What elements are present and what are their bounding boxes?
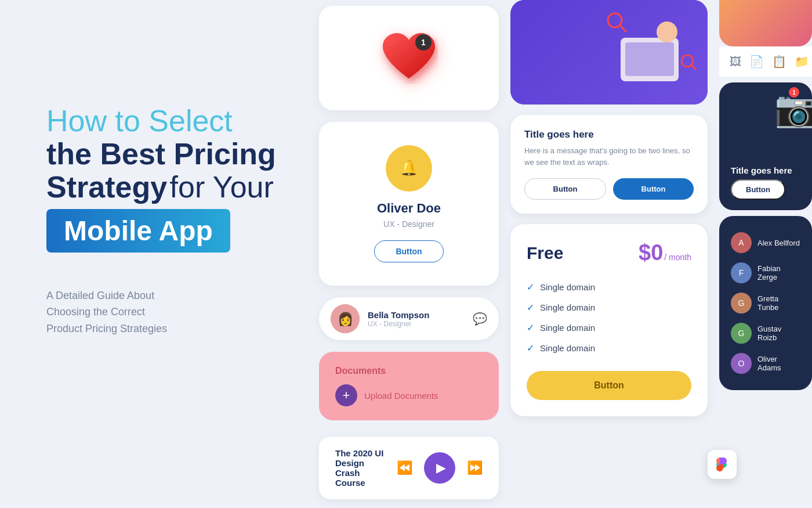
right-column: Title goes here Here is a message that's… bbox=[510, 0, 708, 416]
user-avatar: 👩 bbox=[331, 304, 360, 333]
check-icon: ✓ bbox=[527, 302, 534, 313]
user-list-item: O Oliver Adams bbox=[731, 348, 800, 379]
user-name: Bella Tompson bbox=[368, 310, 465, 320]
rewind-button[interactable]: ⏪ bbox=[397, 460, 412, 475]
notification-badge: 1 bbox=[789, 87, 799, 98]
check-icon: ✓ bbox=[527, 322, 534, 333]
far-right-column: 🖼 📄 📋 📁 📷 1 Title goes here Button A Ale… bbox=[719, 0, 812, 390]
svg-line-10 bbox=[620, 26, 626, 32]
notif-outline-button[interactable]: Button bbox=[524, 178, 606, 200]
play-icon: ▶ bbox=[436, 460, 446, 475]
profile-card: 🔔 Oliver Doe UX - Designer Button bbox=[319, 122, 499, 286]
upload-text: Upload Documents bbox=[364, 391, 438, 401]
svg-text:1: 1 bbox=[421, 38, 426, 47]
avatar: 🔔 bbox=[386, 145, 432, 192]
svg-rect-7 bbox=[625, 42, 674, 76]
svg-text:👩: 👩 bbox=[338, 311, 354, 327]
profile-button[interactable]: Button bbox=[374, 240, 443, 262]
figma-logo bbox=[708, 450, 737, 479]
headline-bold-1: the Best Pricing bbox=[46, 137, 276, 171]
pricing-plan: Free bbox=[527, 243, 563, 263]
user-list-avatar: G bbox=[731, 323, 752, 344]
heart-card: 1 bbox=[319, 6, 499, 110]
image-icon: 🖼 bbox=[730, 55, 741, 69]
documents-label: Documents bbox=[335, 366, 483, 376]
feature-item: ✓Single domain bbox=[527, 318, 691, 338]
feature-text: Single domain bbox=[540, 323, 595, 333]
pricing-cta-button[interactable]: Button bbox=[527, 371, 691, 400]
video-title: The 2020 UI Design Crash Course bbox=[335, 448, 385, 488]
user-list-name: Gustav Roizb bbox=[757, 325, 800, 342]
user-list-avatar: G bbox=[731, 293, 752, 314]
pricing-price: $0 / month bbox=[639, 240, 691, 265]
svg-point-8 bbox=[657, 21, 677, 42]
headline-regular: for Your bbox=[170, 170, 274, 204]
price-period: / month bbox=[664, 253, 691, 262]
headline-bold: the Best Pricing Strategy for Your bbox=[46, 138, 302, 204]
file-icon: 📄 bbox=[749, 55, 764, 69]
pricing-card: Free $0 / month ✓Single domain ✓Single d… bbox=[510, 224, 708, 416]
hero-card bbox=[510, 0, 708, 105]
heart-icon: 1 bbox=[380, 32, 438, 84]
notif-text: Here is a message that's going to be two… bbox=[524, 145, 694, 168]
svg-point-9 bbox=[608, 13, 622, 27]
check-icon: ✓ bbox=[527, 343, 534, 354]
user-list-name: Alex Bellford bbox=[757, 239, 800, 247]
check-icon: ✓ bbox=[527, 282, 534, 293]
headline-light: How to Select bbox=[46, 105, 302, 138]
upload-row: + Upload Documents bbox=[335, 384, 483, 406]
user-list-avatar: O bbox=[731, 353, 752, 374]
icon-row-card: 🖼 📄 📋 📁 bbox=[719, 46, 812, 77]
upload-plus-button[interactable]: + bbox=[335, 384, 357, 406]
feature-text: Single domain bbox=[540, 282, 595, 292]
camera-card: 📷 1 Title goes here Button bbox=[719, 82, 812, 210]
feature-list: ✓Single domain ✓Single domain ✓Single do… bbox=[527, 277, 691, 358]
doc-icon: 📋 bbox=[772, 55, 786, 69]
video-player: The 2020 UI Design Crash Course ⏪ ▶ ⏩ bbox=[319, 437, 499, 499]
user-list-avatar: F bbox=[731, 262, 752, 283]
feature-item: ✓Single domain bbox=[527, 338, 691, 358]
user-list-avatar: A bbox=[731, 232, 752, 253]
user-role: UX - Designer bbox=[368, 320, 465, 328]
mobile-app-badge: Mobile App bbox=[46, 209, 230, 253]
notification-card: Title goes here Here is a message that's… bbox=[510, 115, 708, 214]
hero-3d-scene bbox=[597, 3, 702, 102]
play-button[interactable]: ▶ bbox=[424, 452, 455, 484]
folder-icon: 📁 bbox=[795, 55, 809, 69]
pricing-header: Free $0 / month bbox=[527, 240, 691, 265]
feature-item: ✓Single domain bbox=[527, 297, 691, 318]
camera-card-title: Title goes here bbox=[731, 165, 800, 175]
headline-bold-2: Strategy bbox=[46, 170, 167, 204]
user-list-item: F Fabian Zerge bbox=[731, 258, 800, 288]
svg-text:🔔: 🔔 bbox=[400, 158, 419, 177]
notif-title: Title goes here bbox=[524, 129, 694, 140]
left-section: How to Select the Best Pricing Strategy … bbox=[46, 105, 302, 337]
center-column: 1 🔔 Oliver Doe UX - Designer Button 👩 Be… bbox=[319, 0, 499, 499]
forward-button[interactable]: ⏩ bbox=[467, 460, 483, 475]
chat-icon[interactable]: 💬 bbox=[473, 312, 487, 326]
user-list-name: Fabian Zerge bbox=[757, 264, 800, 282]
profile-role: UX - Designer bbox=[336, 219, 481, 229]
documents-card: Documents + Upload Documents bbox=[319, 352, 499, 420]
user-list-item: G Gretta Tunbe bbox=[731, 288, 800, 318]
user-info: Bella Tompson UX - Designer bbox=[368, 310, 465, 328]
user-list-item: G Gustav Roizb bbox=[731, 318, 800, 348]
user-list-name: Gretta Tunbe bbox=[757, 294, 800, 312]
user-list-card: A Alex Bellford F Fabian Zerge G Gretta … bbox=[719, 216, 812, 390]
plus-icon: + bbox=[343, 388, 350, 403]
hero-illustration bbox=[592, 0, 708, 105]
feature-item: ✓Single domain bbox=[527, 277, 691, 297]
heart-icon-wrapper: 1 bbox=[380, 29, 438, 87]
profile-name: Oliver Doe bbox=[336, 201, 481, 216]
partial-gradient-card bbox=[719, 0, 812, 46]
bell-icon: 🔔 bbox=[394, 154, 423, 183]
notif-solid-button[interactable]: Button bbox=[613, 178, 694, 200]
user-list-item: A Alex Bellford bbox=[731, 228, 800, 258]
price-value: $0 bbox=[639, 240, 663, 265]
user-list-name: Oliver Adams bbox=[757, 355, 800, 372]
svg-line-12 bbox=[691, 65, 696, 70]
subtitle: A Detailed Guide AboutChoosing the Corre… bbox=[46, 287, 302, 337]
camera-card-button[interactable]: Button bbox=[731, 179, 785, 200]
button-row: Button Button bbox=[524, 178, 694, 200]
figma-icon bbox=[714, 456, 730, 473]
